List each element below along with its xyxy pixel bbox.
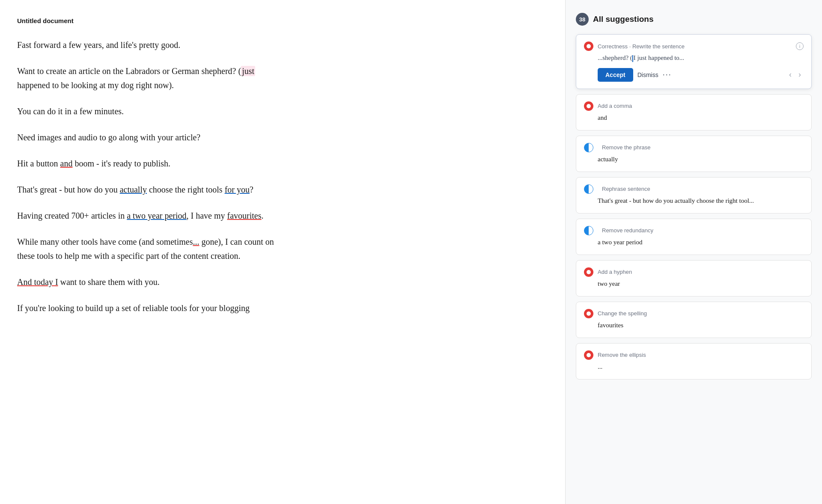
suggestions-panel: 38 All suggestions Correctness · Rewrite…: [565, 0, 822, 504]
paragraph-10: If you're looking to build up a set of r…: [17, 301, 278, 315]
card-detail: a two year period: [584, 239, 804, 246]
suggestion-card-remove-ellipsis[interactable]: Remove the ellipsis ...: [576, 343, 812, 379]
phrase-and-today-i: And today I: [17, 277, 58, 287]
card-category: Add a comma: [598, 103, 804, 109]
active-card-icon: [584, 42, 593, 51]
paragraph-9: And today I want to share them with you.: [17, 275, 278, 289]
suggestion-card-add-hyphen[interactable]: Add a hyphen two year: [576, 260, 812, 296]
card-detail: ...: [584, 363, 804, 371]
cursor: [632, 55, 633, 62]
card-icon-red: [584, 267, 593, 277]
suggestion-card-rephrase[interactable]: Rephrase sentence That's great - but how…: [576, 177, 812, 213]
suggestion-card-remove-redundancy[interactable]: Remove redundancy a two year period: [576, 219, 812, 255]
prev-suggestion-button[interactable]: ‹: [786, 69, 794, 80]
paragraph-3: You can do it in a few minutes.: [17, 104, 278, 119]
card-category: Remove the ellipsis: [598, 352, 804, 358]
word-and: and: [60, 159, 73, 168]
card-detail: actually: [584, 156, 804, 163]
card-navigation: ‹ ›: [786, 69, 804, 80]
card-icon-red: [584, 350, 593, 360]
card-category: Remove the phrase: [602, 144, 804, 151]
card-category: Add a hyphen: [598, 269, 804, 275]
paragraph-1: Fast forward a few years, and life's pre…: [17, 38, 278, 52]
ellipsis: ...: [193, 237, 199, 246]
card-category: Remove redundancy: [602, 227, 804, 234]
card-detail: favourites: [584, 322, 804, 329]
suggestions-count-badge: 38: [576, 13, 589, 26]
paragraph-5: Hit a button and boom - it's ready to pu…: [17, 157, 278, 171]
paragraph-7: Having created 700+ articles in a two ye…: [17, 209, 278, 223]
word-actually: actually: [120, 185, 147, 194]
paragraph-6: That's great - but how do you actually c…: [17, 183, 278, 197]
paragraph-8: While many other tools have come (and so…: [17, 235, 278, 263]
card-icon-red: [584, 309, 593, 318]
suggestion-card-add-comma[interactable]: Add a comma and: [576, 94, 812, 130]
card-icon-blue-half: [584, 226, 593, 235]
document-title: Untitled document: [17, 17, 278, 24]
active-card-header: Correctness · Rewrite the sentence i: [584, 42, 804, 51]
accept-button[interactable]: Accept: [598, 68, 633, 82]
word-favourites: favourites: [227, 211, 262, 220]
suggestions-title: All suggestions: [593, 15, 653, 24]
card-category: Rephrase sentence: [602, 186, 804, 192]
active-suggestion-card[interactable]: Correctness · Rewrite the sentence i ...…: [576, 34, 812, 89]
paragraph-4: Need images and audio to go along with y…: [17, 130, 278, 145]
phrase-two-year-period: a two year period: [127, 211, 186, 220]
card-header: Add a comma: [584, 101, 804, 111]
card-icon-red: [584, 101, 593, 111]
highlight-just: just: [241, 66, 255, 76]
card-header: Add a hyphen: [584, 267, 804, 277]
active-card-preview: ...shepherd? (I just happened to...: [584, 54, 804, 62]
paragraph-2: Want to create an article on the Labrado…: [17, 64, 278, 92]
phrase-for-you: for you: [225, 185, 250, 194]
card-icon-blue-half: [584, 184, 593, 194]
card-detail: two year: [584, 280, 804, 288]
next-suggestion-button[interactable]: ›: [796, 69, 804, 80]
card-category: Change the spelling: [598, 310, 804, 317]
card-header: Remove redundancy: [584, 226, 804, 235]
card-detail: and: [584, 114, 804, 122]
suggestion-card-remove-phrase[interactable]: Remove the phrase actually: [576, 136, 812, 172]
more-options-button[interactable]: ···: [663, 70, 672, 79]
suggestion-card-change-spelling[interactable]: Change the spelling favourites: [576, 302, 812, 338]
suggestions-header: 38 All suggestions: [576, 13, 812, 26]
card-header: Remove the ellipsis: [584, 350, 804, 360]
dismiss-button[interactable]: Dismiss: [637, 71, 658, 78]
card-icon-blue-half: [584, 143, 593, 152]
document-content: Fast forward a few years, and life's pre…: [17, 38, 278, 315]
card-header: Rephrase sentence: [584, 184, 804, 194]
card-detail: That's great - but how do you actually c…: [584, 197, 804, 205]
card-header: Change the spelling: [584, 309, 804, 318]
document-panel: Untitled document Fast forward a few yea…: [0, 0, 304, 504]
info-icon[interactable]: i: [796, 42, 804, 50]
active-card-category: Correctness · Rewrite the sentence: [598, 43, 792, 50]
active-card-actions: Accept Dismiss ··· ‹ ›: [584, 68, 804, 82]
card-header: Remove the phrase: [584, 143, 804, 152]
